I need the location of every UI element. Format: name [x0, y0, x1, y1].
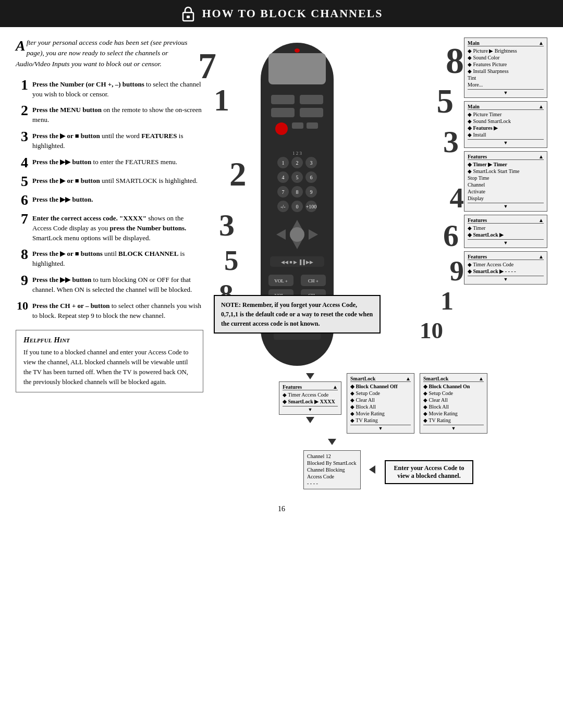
step-text-6: Press the ▶▶ button.	[32, 193, 93, 205]
big-number-5: 5	[224, 246, 239, 275]
svg-rect-12	[292, 122, 303, 129]
step-number-9: 9	[16, 273, 28, 288]
menu-item-highlighted: ◆ Block Channel Off	[350, 383, 411, 390]
menu-screen-main-2-title: Main▲	[468, 104, 544, 110]
screen-title: SmartLock▲	[350, 376, 411, 382]
big-number-1r: 1	[440, 288, 454, 314]
enter-code-line1: Enter your Access Code to	[394, 464, 464, 472]
svg-rect-5	[268, 53, 326, 84]
right-menu-screens: Main▲ ◆ Picture ▶ Brightness ◆ Sound Col…	[464, 38, 547, 285]
svg-rect-10	[300, 108, 323, 117]
menu-screen-features-3-title: Features▲	[468, 254, 544, 260]
menu-screen-main-1: Main▲ ◆ Picture ▶ Brightness ◆ Sound Col…	[464, 38, 547, 98]
big-number-6r: 6	[443, 220, 459, 251]
step-1: 1 Press the Number (or CH +, –) buttons …	[16, 78, 203, 100]
menu-item: ◆ Block All	[350, 403, 411, 410]
enter-code-box: Enter your Access Code to view a blocked…	[385, 460, 473, 484]
arrow-down-2	[306, 417, 314, 423]
menu-screen-main-2: Main▲ ◆ Picture Timer ◆ Sound SmartLock …	[464, 101, 547, 148]
step-text-7: Enter the correct access code. "XXXX" sh…	[32, 212, 203, 243]
menu-screen-smartlock-xxxx: Features▲ ◆ Timer Access Code ◆ SmartLoc…	[279, 381, 341, 415]
svg-text:4: 4	[282, 175, 285, 180]
big-number-8r: 8	[446, 43, 464, 79]
menu-screen-features-2-title: Features▲	[468, 217, 544, 224]
menu-item: ◆ Sound Color	[468, 54, 544, 61]
menu-screen-main-1-title: Main▲	[468, 40, 544, 46]
svg-text:0: 0	[296, 204, 299, 209]
menu-screen-features-3: Features▲ ◆ Timer Access Code ◆ SmartLoc…	[464, 251, 547, 285]
menu-item: ◆ Movie Rating	[423, 410, 484, 417]
remote-area: 7 1 2 3 5 8 8 5 3 4 6 9 1 10	[214, 38, 459, 368]
svg-text:6: 6	[310, 175, 313, 180]
svg-text:7: 7	[282, 189, 285, 195]
menu-item: ◆ Setup Code	[423, 390, 484, 397]
menu-item: Stop Time	[468, 175, 544, 181]
big-number-3: 3	[219, 209, 235, 241]
menu-item: ◆ Sound SmartLock	[468, 118, 544, 125]
svg-text:1  2  3: 1 2 3	[292, 151, 302, 156]
enter-code-line2: view a blocked channel.	[397, 472, 460, 479]
big-number-10r: 10	[420, 319, 443, 342]
menu-item: ◆ Features Picture	[468, 61, 544, 68]
step-5: 5 Press the ▶ or ■ button until SMARTLOC…	[16, 174, 203, 189]
menu-item: ◆ Block All	[423, 403, 484, 410]
menu-item: More...	[468, 81, 544, 88]
step-text-5: Press the ▶ or ■ button until SMARTLOCK …	[32, 174, 198, 186]
svg-text:3: 3	[310, 160, 313, 166]
helpful-hint-title: Helpful Hint	[23, 336, 195, 344]
menu-item: Channel Blocking	[307, 466, 357, 473]
svg-text:8: 8	[296, 189, 299, 195]
menu-item: ◆ Movie Rating	[350, 410, 411, 417]
svg-text:9: 9	[310, 189, 313, 195]
step-number-7: 7	[16, 212, 28, 226]
bottom-left-flow: Features▲ ◆ Timer Access Code ◆ SmartLoc…	[279, 373, 341, 423]
page-title: How to Block Channels	[202, 7, 383, 20]
step-text-2: Press the MENU button on the remote to s…	[32, 103, 203, 125]
helpful-hint-box: Helpful Hint If you tune to a blocked ch…	[16, 330, 203, 392]
menu-item: Channel 12	[307, 453, 357, 460]
note-box-text: NOTE: Remember, if you forget your Acces…	[221, 301, 373, 327]
big-number-3r: 3	[443, 126, 459, 157]
step-number-2: 2	[16, 103, 28, 118]
arrow-left-icon	[369, 465, 375, 474]
menu-screen-features-2: Features▲ ◆ Timer ◆ SmartLock ▶ ▼	[464, 215, 547, 248]
svg-rect-7	[271, 95, 295, 104]
svg-text:2: 2	[296, 160, 299, 166]
step-text-8: Press the ▶ or ■ buttons until BLOCK CHA…	[32, 247, 203, 269]
menu-item: ◆ TV Rating	[423, 417, 484, 424]
menu-screen-smartlock-off: SmartLock▲ ◆ Block Channel Off ◆ Setup C…	[347, 373, 414, 434]
svg-rect-1	[187, 16, 190, 18]
step-7: 7 Enter the correct access code. "XXXX" …	[16, 212, 203, 243]
menu-item: Activate	[468, 188, 544, 195]
smartlock-off-area: SmartLock▲ ◆ Block Channel Off ◆ Setup C…	[347, 373, 414, 434]
svg-point-43	[290, 227, 304, 242]
menu-item: Display	[468, 195, 544, 202]
menu-item: ◆ Picture ▶ Brightness	[468, 47, 544, 54]
svg-text:VOL +: VOL +	[274, 278, 288, 283]
step-2: 2 Press the MENU button on the remote to…	[16, 103, 203, 125]
smartlock-on-area: SmartLock▲ ◆ Block Channel On ◆ Setup Co…	[420, 373, 487, 434]
menu-item: ◆ Timer Access Code	[283, 391, 338, 398]
screen-title: SmartLock▲	[423, 376, 484, 382]
svg-point-6	[295, 48, 300, 53]
svg-text:+100: +100	[306, 204, 317, 209]
menu-item: ◆ Clear All	[423, 397, 484, 403]
channel-blocked-row: Channel 12 Blocked By SmartLock Channel …	[288, 439, 473, 489]
step-6: 6 Press the ▶▶ button.	[16, 193, 203, 207]
step-number-4: 4	[16, 155, 28, 170]
step-text-3: Press the ▶ or ■ button until the word F…	[32, 129, 203, 151]
big-number-4r: 4	[450, 183, 464, 212]
menu-item: ◆ Timer	[468, 225, 544, 231]
right-column: 7 1 2 3 5 8 8 5 3 4 6 9 1 10	[214, 38, 547, 489]
menu-item-highlighted: ◆ Features ▶	[468, 125, 544, 131]
page-header: How to Block Channels	[0, 0, 563, 27]
enter-code-area: Enter your Access Code to view a blocked…	[369, 455, 473, 484]
big-number-5r: 5	[437, 84, 454, 118]
step-text-1: Press the Number (or CH +, –) buttons to…	[32, 78, 203, 100]
step-number-10: 10	[16, 299, 28, 312]
intro-paragraph: A fter your personal access code has bee…	[16, 38, 203, 69]
big-number-2: 2	[229, 157, 247, 191]
bottom-screens-area: Features▲ ◆ Timer Access Code ◆ SmartLoc…	[274, 373, 487, 434]
menu-item: ◆ Picture Timer	[468, 111, 544, 118]
svg-text:CH +: CH +	[308, 278, 319, 283]
